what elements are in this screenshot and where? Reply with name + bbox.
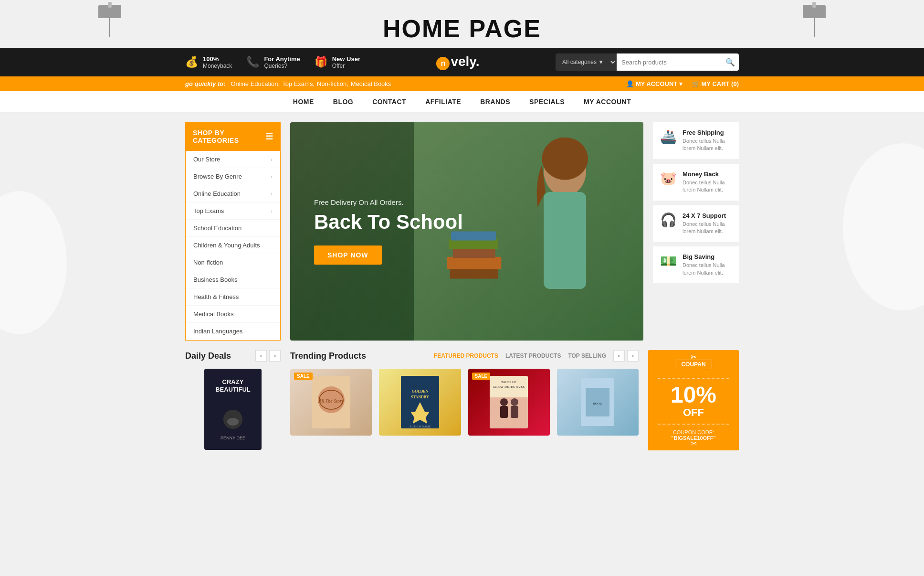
golden-cover: GOLDEN STANDBY AUTHOR NAME [401,376,439,428]
nav-contact[interactable]: CONTACT [372,98,406,106]
top-bar-features: 💰 100% Moneyback 📞 For Anytime Queries? … [185,55,360,69]
sidebar-item-medical-books[interactable]: Medical Books [186,306,280,323]
feature-card-saving: 💵 Big Saving Donec tellus Nulla lorem Nu… [653,246,739,283]
hero-banner: Free Delivery On All Orders. Back To Sch… [290,122,643,341]
daily-deals-next[interactable]: › [269,350,281,362]
trending-title: Trending Products [290,351,366,361]
svg-text:TALES OF: TALES OF [501,380,516,384]
nav-affiliate[interactable]: AFFILIATE [425,98,461,106]
feature-queries: 📞 For Anytime Queries? [246,55,300,69]
nav-my-account[interactable]: MY ACCOUNT [584,98,631,106]
quick-label: go quickly to: [185,80,226,87]
chevron-icon: › [271,191,273,197]
pushpin-right [800,5,829,43]
moneyback-card-title: Money Back [682,171,732,178]
trending-prev[interactable]: ‹ [613,350,625,362]
trending-products-section: Trending Products FEATURED PRODUCTS LATE… [290,350,639,450]
logo-brand: vely. [451,54,479,69]
scissors-bottom-icon: ✂ [691,439,697,448]
svg-rect-7 [544,192,586,289]
daily-deals-prev[interactable]: ‹ [255,350,267,362]
svg-text:All The Story: All The Story [318,398,344,404]
top-bar: 💰 100% Moneyback 📞 For Anytime Queries? … [0,48,924,76]
sidebar-header: SHOP BY CATEGORIES ☰ [185,122,281,151]
my-cart-button[interactable]: 🛒 MY CART (0) [692,80,739,87]
svg-rect-28 [490,397,528,428]
sidebar-item-our-store[interactable]: Our Store› [186,151,280,168]
support-desc: Donec tellus Nulla lorem Nullam elit. [682,221,732,235]
nav-brands[interactable]: BRANDS [480,98,510,106]
hero-title: Back To School [314,211,463,233]
svg-text:AUTHOR NAME: AUTHOR NAME [410,425,431,428]
trending-next[interactable]: › [627,350,639,362]
moneyback-icon: 💰 [185,56,198,68]
hero-content: Free Delivery On All Orders. Back To Sch… [290,179,487,283]
main-nav: HOME BLOG CONTACT AFFILIATE BRANDS SPECI… [0,91,924,113]
coupon-box: ✂ COUPAN 10% OFF COUPON CODE: "BIGSALE10… [648,350,739,450]
category-select[interactable]: All categories ▼ [556,53,617,71]
quick-bar: go quickly to: Online Education, Top Exa… [0,76,924,91]
hamburger-icon[interactable]: ☰ [265,131,273,142]
chevron-icon: › [271,157,273,162]
svg-text:STANDBY: STANDBY [411,395,429,399]
book-grid: SALE All The Story [290,369,639,436]
tab-top-selling[interactable]: TOP SELLING [568,352,606,359]
feature-card-support: 🎧 24 X 7 Support Donec tellus Nulla lore… [653,205,739,242]
sidebar-item-non-fiction[interactable]: Non-fiction [186,254,280,271]
quick-links: go quickly to: Online Education, Top Exa… [185,80,391,87]
chevron-icon: › [271,208,273,214]
sidebar-item-browse-genre[interactable]: Browse By Genre› [186,168,280,185]
quick-link-medical[interactable]: Medical Books [351,80,391,87]
sidebar-item-school-education[interactable]: School Education [186,220,280,237]
feature-moneyback: 💰 100% Moneyback [185,55,232,69]
search-button[interactable]: 🔍 [722,53,739,71]
bottom-section: Daily Deals ‹ › CRAZYBEAUTIFUL PENNY DEE [176,350,748,450]
pushpin-left [95,5,124,43]
svg-text:GOLDEN: GOLDEN [412,389,429,394]
nav-blog[interactable]: BLOG [333,98,353,106]
daily-deals-section: Daily Deals ‹ › CRAZYBEAUTIFUL PENNY DEE [185,350,281,450]
svg-point-8 [542,138,588,180]
my-account-button[interactable]: 👤 MY ACCOUNT ▾ [626,80,682,87]
sale-badge-placeholder: SALE [472,373,491,380]
quick-bar-right: 👤 MY ACCOUNT ▾ 🛒 MY CART (0) [626,80,739,87]
saving-icon: 💵 [660,253,677,269]
book-card-placeholder: SALE TALES OF GREAT DETECTIVES [468,369,550,436]
quick-link-nonfiction[interactable]: Non-fiction, [317,80,348,87]
svg-point-10 [227,418,239,426]
scissors-top-icon: ✂ [691,352,697,362]
newuser-icon: 🎁 [315,56,327,68]
nav-home[interactable]: HOME [293,98,314,106]
queries-line2: Queries? [264,63,287,69]
quick-link-top-exams[interactable]: Top Exams, [282,80,315,87]
daily-deals-title: Daily Deals [185,351,231,361]
sidebar-item-children-young-adults[interactable]: Children & Young Adults [186,237,280,254]
page-title: HOME PAGE [0,14,924,43]
sidebar-item-top-exams[interactable]: Top Exams› [186,203,280,220]
search-area: All categories ▼ 🔍 [556,53,739,71]
sidebar-item-online-education[interactable]: Online Education› [186,185,280,203]
shop-now-button[interactable]: SHOP NOW [314,245,382,265]
nav-specials[interactable]: SPECIALS [529,98,565,106]
chevron-icon: › [271,174,273,180]
tab-featured[interactable]: FEATURED PRODUCTS [434,352,498,359]
quick-link-online-education[interactable]: Online Education, [231,80,280,87]
right-features: 🚢 Free Shipping Donec tellus Nulla lorem… [653,122,739,341]
search-input[interactable] [617,53,722,71]
main-content: SHOP BY CATEGORIES ☰ Our Store› Browse B… [176,122,748,341]
book-card-extra: BOOK [557,369,639,436]
sidebar-item-business-books[interactable]: Business Books [186,271,280,288]
sidebar-item-indian-languages[interactable]: Indian Languages [186,323,280,340]
feature-card-shipping: 🚢 Free Shipping Donec tellus Nulla lorem… [653,122,739,159]
product-tabs: FEATURED PRODUCTS LATEST PRODUCTS TOP SE… [434,352,606,359]
book-card-story: SALE All The Story [290,369,372,436]
sidebar-item-health-fitness[interactable]: Health & Fitness [186,288,280,306]
logo[interactable]: nvely. [436,54,479,70]
tab-latest[interactable]: LATEST PRODUCTS [505,352,561,359]
coupon-off: OFF [683,406,704,418]
moneyback-line1: 100% [203,55,232,63]
support-icon: 🎧 [660,212,677,228]
newuser-line1: New User [332,55,360,63]
extra-cover: BOOK [581,378,614,426]
saving-title: Big Saving [682,253,732,260]
